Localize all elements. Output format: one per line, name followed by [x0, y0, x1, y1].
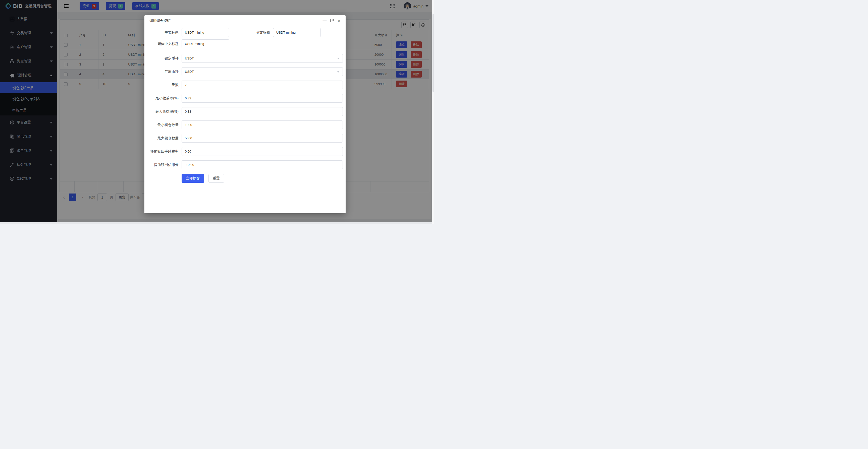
minimize-icon[interactable]: — [322, 20, 327, 22]
maximize-icon[interactable] [330, 19, 334, 23]
field-label: 最小锁仓数量 [145, 123, 182, 127]
field-label: 产出币种 [145, 69, 182, 74]
redeem-fee-input[interactable] [182, 147, 343, 156]
min-rate-input[interactable] [182, 94, 343, 103]
edit-dialog: 编辑锁仓挖矿 — ✕ 中文标题 英文标题 繁体中文标题 [145, 15, 346, 213]
redeem-credit-input[interactable] [182, 160, 343, 169]
field-label: 中文标题 [145, 30, 182, 35]
en-title-input[interactable] [273, 28, 321, 37]
lock-coin-select[interactable]: USDT [182, 54, 343, 63]
field-label: 锁定币种 [145, 56, 182, 61]
vertical-scrollbar[interactable] [432, 0, 434, 224]
max-rate-input[interactable] [182, 107, 343, 116]
dialog-title: 编辑锁仓挖矿 [149, 19, 170, 23]
horizontal-scrollbar[interactable] [0, 222, 434, 224]
tc-title-input[interactable] [182, 39, 229, 48]
close-icon[interactable]: ✕ [337, 19, 341, 23]
field-label: 提前赎回信用分 [145, 163, 182, 167]
cn-title-input[interactable] [182, 28, 229, 37]
output-coin-select[interactable]: USDT [182, 67, 343, 76]
chevron-down-icon [337, 58, 340, 59]
field-label: 最大收益率(%) [145, 109, 182, 114]
field-label: 最大锁仓数量 [145, 136, 182, 140]
field-label: 繁体中文标题 [145, 42, 182, 46]
reset-button[interactable]: 重置 [209, 174, 224, 183]
submit-button[interactable]: 立即提交 [182, 174, 204, 183]
dialog-form: 中文标题 英文标题 繁体中文标题 锁定币种 USDT 产出币种 USDT [145, 28, 346, 183]
app-root: 充值 3 提现 1 在线人数 1 [0, 0, 434, 224]
field-label: 英文标题 [229, 30, 273, 35]
min-lock-input[interactable] [182, 121, 343, 129]
max-lock-input[interactable] [182, 134, 343, 142]
field-label: 最小收益率(%) [145, 96, 182, 101]
days-input[interactable] [182, 81, 343, 89]
field-label: 天数 [145, 83, 182, 87]
chevron-down-icon [337, 71, 340, 72]
dialog-header: 编辑锁仓挖矿 — ✕ [145, 15, 346, 26]
field-label: 提前赎回手续费率 [145, 149, 182, 154]
